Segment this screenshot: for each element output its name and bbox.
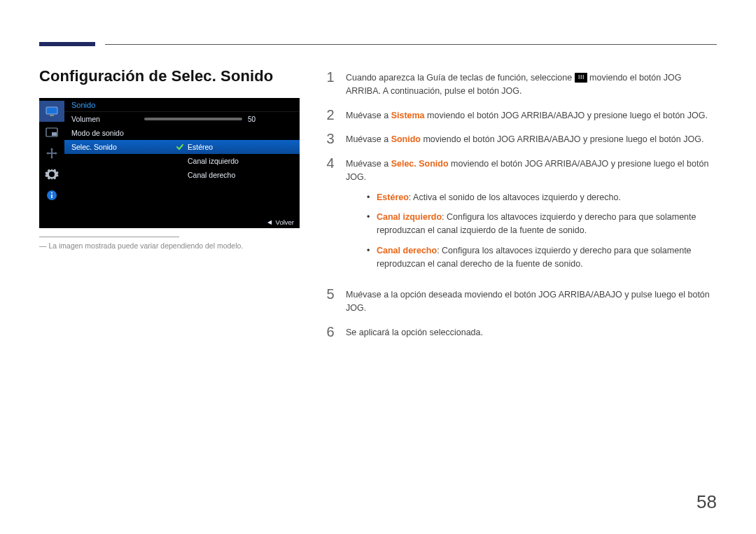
osd-submenu: Estéreo Canal izquierdo Canal derecho (169, 140, 300, 182)
left-column: Configuración de Selec. Sonido (39, 67, 300, 349)
image-caption: La imagen mostrada puede variar dependie… (39, 241, 300, 250)
svg-rect-1 (50, 115, 54, 116)
back-icon: ◀ (267, 219, 272, 225)
caption-rule (39, 237, 179, 237)
svg-rect-3 (52, 132, 57, 136)
osd-volume-label: Volumen (71, 115, 144, 123)
step-6: 6 Se aplicará la opción seleccionada. (325, 325, 717, 339)
manual-page: Configuración de Selec. Sonido (0, 0, 756, 534)
pip-icon (39, 122, 64, 143)
two-column-layout: Configuración de Selec. Sonido (39, 67, 717, 349)
move-icon (39, 143, 64, 164)
step-2: 2 Muévase a Sistema moviendo el botón JO… (325, 108, 717, 122)
osd-row-sound-mode: Modo de sonido (64, 126, 300, 140)
osd-back-label: Volver (276, 218, 294, 226)
osd-option-stereo: Estéreo (169, 140, 300, 154)
header-accent (39, 42, 95, 46)
osd-option-label: Estéreo (188, 143, 213, 151)
osd-volume-value: 50 (248, 115, 255, 123)
osd-row-sound-select: Selec. Sonido Estéreo (64, 140, 300, 154)
right-column: 1 Cuando aparezca la Guía de teclas de f… (325, 67, 717, 349)
osd-row-volume: Volumen 50 (64, 112, 300, 126)
info-icon (39, 185, 64, 206)
page-number: 58 (696, 491, 717, 513)
svg-rect-5 (51, 195, 52, 198)
svg-point-6 (51, 192, 52, 194)
osd-option-label: Canal derecho (188, 171, 235, 179)
bullet-left-channel: Canal izquierdo: Configura los altavoces… (367, 211, 717, 237)
osd-option-right: Canal derecho (169, 168, 300, 182)
osd-screenshot: Sonido Volumen 50 Modo de sonido Selec. … (39, 98, 300, 228)
instruction-list: 1 Cuando aparezca la Guía de teclas de f… (325, 70, 717, 339)
svg-rect-0 (46, 107, 57, 114)
step-5: 5 Muévase a la opción deseada moviendo e… (325, 287, 717, 315)
osd-footer: ◀ Volver (262, 216, 300, 228)
option-bullets: Estéreo: Activa el sonido de los altavoc… (367, 191, 717, 271)
osd-sound-select-label: Selec. Sonido (71, 143, 144, 151)
step-4: 4 Muévase a Selec. Sonido moviendo el bo… (325, 156, 717, 277)
monitor-icon (39, 101, 64, 122)
osd-option-left: Canal izquierdo (169, 154, 300, 168)
bullet-right-channel: Canal derecho: Configura los altavoces i… (367, 244, 717, 271)
step-1: 1 Cuando aparezca la Guía de teclas de f… (325, 70, 717, 98)
bullet-stereo: Estéreo: Activa el sonido de los altavoc… (367, 191, 717, 204)
step-3: 3 Muévase a Sonido moviendo el botón JOG… (325, 132, 717, 146)
check-icon (175, 143, 185, 150)
volume-slider (144, 118, 242, 120)
osd-sound-mode-label: Modo de sonido (71, 129, 144, 137)
page-title: Configuración de Selec. Sonido (39, 67, 300, 85)
osd-rows: Volumen 50 Modo de sonido Selec. Sonido (64, 112, 300, 154)
osd-main-panel: Sonido Volumen 50 Modo de sonido Selec. … (64, 98, 300, 228)
gear-icon (39, 164, 64, 185)
osd-option-label: Canal izquierdo (188, 157, 239, 165)
header-rule (105, 44, 717, 45)
osd-category-header: Sonido (64, 98, 300, 112)
menu-icon: ⅠⅠⅠ (575, 73, 587, 83)
osd-sidebar (39, 98, 64, 228)
